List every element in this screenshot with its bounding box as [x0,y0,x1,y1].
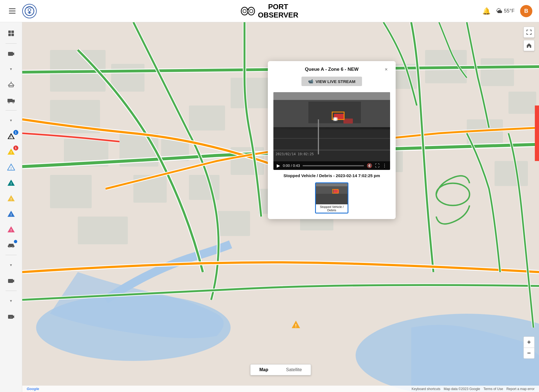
main-layout: ▼ ▼ ! 1 [0,22,539,392]
svg-rect-78 [189,175,219,200]
sidebar-item-car[interactable] [3,238,19,252]
video-timestamp: 2023/02/14 19:02:25 [276,152,314,156]
fullscreen-video-button[interactable]: ⛶ [375,163,380,168]
home-button[interactable] [523,40,535,51]
mute-button[interactable]: 🔇 [367,163,372,168]
sidebar-item-grid[interactable] [3,27,19,40]
sidebar-item-camera2[interactable] [3,274,19,287]
svg-point-26 [13,102,14,103]
map-warning-marker[interactable]: ! [291,320,301,331]
svg-point-45 [9,247,10,248]
sidebar-item-ship[interactable] [3,78,19,91]
svg-point-1 [28,9,31,11]
sidebar-item-alert-blue2[interactable]: ! [3,207,19,220]
car-badge [14,240,17,243]
sidebar-item-alert-yellow[interactable]: ! 1 [3,145,19,158]
header: PORT OBSERVER 🔔 🌥 55°F B [0,0,539,22]
svg-text:!: ! [10,166,11,170]
svg-point-13 [249,9,253,13]
terms-link[interactable]: Terms of Use [483,387,503,391]
sidebar-item-alert-yellow2[interactable]: ! [3,192,19,205]
popup-title: Queue A - Zone 6 - NEW [281,67,382,72]
hamburger-menu[interactable] [7,6,18,16]
map-area[interactable]: ! + − Map Satellite [22,22,539,392]
svg-marker-50 [13,315,14,318]
map-footer-links: Keyboard shortcuts Map data ©2023 Google… [412,387,535,391]
map-controls-top-right [523,27,535,51]
google-logo: Google [27,387,39,391]
svg-rect-14 [8,31,11,33]
svg-rect-64 [189,105,225,130]
sidebar-item-truck[interactable] [3,94,19,107]
sidebar: ▼ ▼ ! 1 [0,22,22,392]
zoom-in-button[interactable]: + [523,336,535,348]
thumbnail-image [316,183,348,204]
fullscreen-button[interactable] [523,27,535,38]
video-controls-bar: ▶ 0:00 / 0:43 🔇 ⛶ ⋮ [273,161,390,170]
sidebar-item-chevron-alerts[interactable]: ▼ [3,114,19,127]
svg-point-46 [12,247,13,248]
keyboard-shortcuts-link[interactable]: Keyboard shortcuts [412,387,440,391]
alert-yellow-badge: 1 [13,145,18,150]
zoom-controls: + − [523,336,535,359]
sidebar-item-camera[interactable] [3,47,19,60]
svg-text:!: ! [10,135,11,139]
map-toggle-button[interactable]: Map [251,365,277,375]
live-stream-button[interactable]: 📹 VIEW LIVE STREAM [301,77,362,86]
popup-header: Queue A - Zone 6 - NEW × [268,61,396,77]
video-player[interactable]: 2023/02/14 19:02:25 ▶ 0:00 / 0:43 🔇 ⛶ ⋮ [273,92,390,170]
user-avatar[interactable]: B [520,5,532,17]
report-error-link[interactable]: Report a map error [506,387,535,391]
svg-text:!: ! [295,323,297,328]
incident-description: Stopped Vehicle / Debris - 2023-02-14 7:… [268,170,396,180]
thumbnail-caption: Stopped Vehicle / Debris [316,204,348,213]
more-options-button[interactable]: ⋮ [382,163,387,168]
weather-display: 🌥 55°F [496,7,515,15]
thumbnail-section: Stopped Vehicle / Debris [268,180,396,213]
svg-rect-70 [481,58,514,86]
svg-rect-73 [495,161,528,186]
sidebar-item-alert-black[interactable]: ! 1 [3,129,19,143]
incident-thumbnail[interactable]: Stopped Vehicle / Debris [315,182,348,213]
play-button[interactable]: ▶ [277,163,280,168]
alert-black-badge: 1 [13,130,18,135]
svg-point-8 [31,7,32,8]
header-left [7,4,37,18]
sidebar-item-alert-pink[interactable]: ! [3,223,19,236]
sidebar-item-camera3[interactable]: + [3,310,19,323]
svg-rect-60 [78,217,128,244]
popup-close-button[interactable]: × [382,66,390,73]
satellite-toggle-button[interactable]: Satellite [277,365,311,375]
zoom-out-button[interactable]: − [523,348,535,359]
svg-rect-82 [535,105,539,161]
svg-rect-47 [8,279,13,283]
map-satellite-toggle: Map Satellite [250,364,311,375]
svg-rect-58 [111,64,144,92]
svg-text:+: + [10,316,12,318]
weather-cloud-icon: 🌥 [496,7,502,15]
temperature-label: 55°F [504,8,515,14]
video-progress[interactable] [303,165,364,166]
svg-text:!: ! [10,213,11,217]
svg-text:!: ! [10,150,11,155]
live-stream-label: VIEW LIVE STREAM [316,79,355,84]
sidebar-item-alert-blue-outline[interactable]: ! [3,160,19,174]
svg-point-4 [27,7,28,8]
sidebar-item-alert-teal[interactable]: ! [3,176,19,189]
svg-rect-65 [231,78,272,108]
svg-marker-48 [13,280,14,282]
svg-marker-19 [13,52,14,55]
sidebar-item-chevron-cam3[interactable]: ▼ [3,294,19,308]
sidebar-item-chevron-cam2[interactable]: ▼ [3,258,19,272]
svg-text:!: ! [10,197,11,201]
notification-bell-icon[interactable]: 🔔 [482,7,491,15]
sidebar-item-chevron-ship[interactable]: ▼ [3,62,19,76]
svg-point-9 [241,7,248,15]
svg-rect-22 [8,99,13,102]
svg-text:!: ! [10,182,11,186]
svg-text:!: ! [10,228,11,232]
brand-logo: PORT OBSERVER [241,3,298,19]
brand-name: PORT OBSERVER [258,3,298,19]
svg-point-5 [28,7,29,7]
svg-rect-59 [50,175,92,208]
